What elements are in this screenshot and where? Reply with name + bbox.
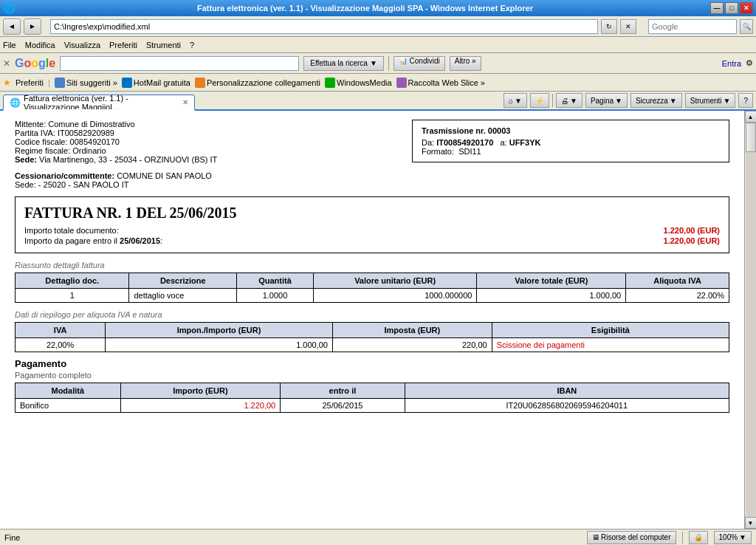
search-input[interactable] (648, 19, 737, 34)
computer-label: Risorse del computer (601, 533, 670, 541)
google-search-button[interactable]: Effettua la ricerca ▼ (303, 56, 384, 71)
favorites-siti-suggeriti[interactable]: Siti suggeriti » (55, 78, 117, 88)
lock-icon: 🔒 (694, 533, 703, 541)
stop-button[interactable]: ✕ (620, 19, 636, 34)
address-input[interactable] (50, 19, 598, 34)
dettaglio-cell-0-0: 1 (16, 289, 129, 303)
refresh-button[interactable]: ↻ (601, 19, 617, 34)
close-button[interactable]: ✕ (740, 2, 753, 14)
favorites-label[interactable]: Preferiti (16, 78, 44, 87)
favorites-hotmail[interactable]: HotMail gratuita (122, 78, 190, 88)
google-search-input[interactable] (60, 56, 299, 71)
menu-visualizza[interactable]: Visualizza (64, 41, 100, 49)
favorites-bar: ★ Preferiti | Siti suggeriti » HotMail g… (0, 74, 756, 92)
raccolta-icon (396, 78, 407, 88)
menu-file[interactable]: File (3, 41, 16, 49)
dettaglio-cell-0-5: 22.00% (626, 289, 729, 303)
dettaglio-col-1: Descrizione (129, 273, 237, 289)
payment-title: Pagamento (15, 358, 729, 369)
regime-fiscale-label: Regime fiscale: (15, 146, 70, 155)
dettaglio-row-0: 1 dettaglio voce 1.0000 1000.000000 1.00… (16, 289, 729, 303)
home-icon: ⌂ (509, 97, 513, 105)
home-dropdown: ▼ (515, 97, 522, 105)
pagamento-table: Modalità Importo (EUR) entro il IBAN Bon… (15, 383, 729, 413)
codice-fiscale-label: Codice fiscale: (15, 137, 68, 146)
riepilogo-section-title: Dati di riepilogo per aliquota IVA e nat… (15, 310, 729, 319)
page-button[interactable]: Pagina ▼ (585, 93, 628, 108)
menu-strumenti[interactable]: Strumenti (146, 41, 181, 49)
menu-preferiti[interactable]: Preferiti (109, 41, 137, 49)
menu-help[interactable]: ? (190, 41, 194, 49)
tools-button[interactable]: Strumenti ▼ (685, 93, 736, 108)
current-tab[interactable]: 🌐 Fattura elettronica (ver. 1.1) - Visua… (3, 95, 195, 111)
riepilogo-cell-0-3: Scissione dei pagamenti (492, 338, 729, 352)
riepilogo-col-1: Impon./Importo (EUR) (106, 323, 333, 338)
scrollbar[interactable]: ▲ ▼ (744, 111, 756, 529)
maximize-button[interactable]: □ (725, 2, 738, 14)
pagamento-col-1: Importo (EUR) (120, 383, 281, 399)
pagamento-cell-0-0: Bonifico (16, 399, 121, 413)
favorites-personalizzazione[interactable]: Personalizzazione collegamenti (195, 78, 320, 88)
cessionario-label: Cessionario/committente: (15, 171, 114, 180)
help-button[interactable]: ? (738, 93, 753, 108)
security-button[interactable]: Sicurezza ▼ (630, 93, 682, 108)
zoom-button[interactable]: 100% ▼ (714, 531, 752, 544)
share-button[interactable]: 📊 Condividi (394, 56, 445, 71)
scroll-down-button[interactable]: ▼ (745, 517, 757, 529)
tab-close-button[interactable]: ✕ (182, 98, 188, 106)
to-label: a: (500, 138, 506, 147)
google-close-button[interactable]: ✕ (3, 58, 10, 69)
computer-icon: 🖥 (592, 533, 599, 541)
settings-icon[interactable]: ⚙ (746, 58, 753, 68)
scroll-thumb[interactable] (746, 123, 756, 152)
altro-button[interactable]: Altro » (450, 56, 481, 71)
home-button[interactable]: ⌂ ▼ (504, 93, 527, 108)
status-right: 🖥 Risorse del computer 🔒 100% ▼ (587, 531, 752, 544)
entra-button[interactable]: Entra (722, 59, 741, 68)
google-logo: Google (15, 57, 55, 70)
favorites-windowsmedia[interactable]: WindowsMedia (325, 78, 392, 88)
title-bar: 🌐 Fattura elettronica (ver. 1.1) - Visua… (0, 0, 756, 16)
format-value: SDI11 (458, 147, 481, 156)
forward-button[interactable]: ► (24, 18, 41, 35)
content-area: Trasmissione nr. 00003 Da: IT00854920170… (0, 111, 756, 529)
riepilogo-table: IVA Impon./Importo (EUR) Imposta (EUR) E… (15, 322, 729, 352)
codice-fiscale-value: 00854920170 (70, 137, 120, 146)
pagamento-cell-0-1: 1.220,00 (120, 399, 281, 413)
transmission-box: Trasmissione nr. 00003 Da: IT00854920170… (412, 120, 729, 162)
feeds-button[interactable]: ⚡ (530, 93, 549, 108)
favorites-raccolta[interactable]: Raccolta Web Slice » (396, 78, 485, 88)
dettaglio-col-0: Dettaglio doc. (16, 273, 129, 289)
document-content: Trasmissione nr. 00003 Da: IT00854920170… (0, 111, 744, 529)
computer-button[interactable]: 🖥 Risorse del computer (587, 531, 676, 544)
tools-label: Strumenti (690, 97, 722, 105)
riepilogo-cell-0-0: 22,00% (16, 338, 106, 352)
scroll-up-button[interactable]: ▲ (745, 111, 757, 123)
recipient-sede-value: - 25020 - SAN PAOLO IT (38, 180, 129, 189)
search-button[interactable]: 🔍 (740, 19, 753, 34)
from-value: IT00854920170 (436, 138, 493, 147)
importo-totale-value: 1.220,00 (EUR) (664, 226, 720, 235)
minimize-button[interactable]: — (710, 2, 724, 14)
dettaglio-table: Dettaglio doc. Descrizione Quantità Valo… (15, 272, 729, 303)
print-dropdown: ▼ (570, 97, 577, 105)
google-search-label: Effettua la ricerca (310, 59, 368, 67)
invoice-amounts: Importo totale documento: 1.220,00 (EUR)… (24, 226, 720, 245)
menu-modifica[interactable]: Modifica (25, 41, 55, 49)
format-label: Formato: (422, 147, 454, 156)
security-status-button[interactable]: 🔒 (689, 531, 708, 544)
back-button[interactable]: ◄ (3, 18, 21, 35)
pagamento-row-0: Bonifico 1.220,00 25/06/2015 IT20U062856… (16, 399, 729, 413)
scroll-track[interactable] (746, 123, 756, 517)
sede-label: Sede: (15, 155, 37, 164)
dettaglio-col-4: Valore totale (EUR) (477, 273, 626, 289)
importo-totale-label: Importo totale documento: (24, 226, 119, 235)
dettaglio-cell-0-1: dettaglio voce (129, 289, 237, 303)
pagamento-col-2: entro il (281, 383, 405, 399)
dettaglio-cell-0-3: 1000.000000 (313, 289, 477, 303)
payment-subtitle: Pagamento completo (15, 371, 729, 380)
address-bar: ◄ ► ↻ ✕ 🔍 (0, 16, 756, 37)
siti-icon (55, 78, 65, 88)
print-button[interactable]: 🖨 ▼ (556, 93, 583, 108)
window-title: Fattura elettronica (ver. 1.1) - Visuali… (20, 4, 710, 13)
